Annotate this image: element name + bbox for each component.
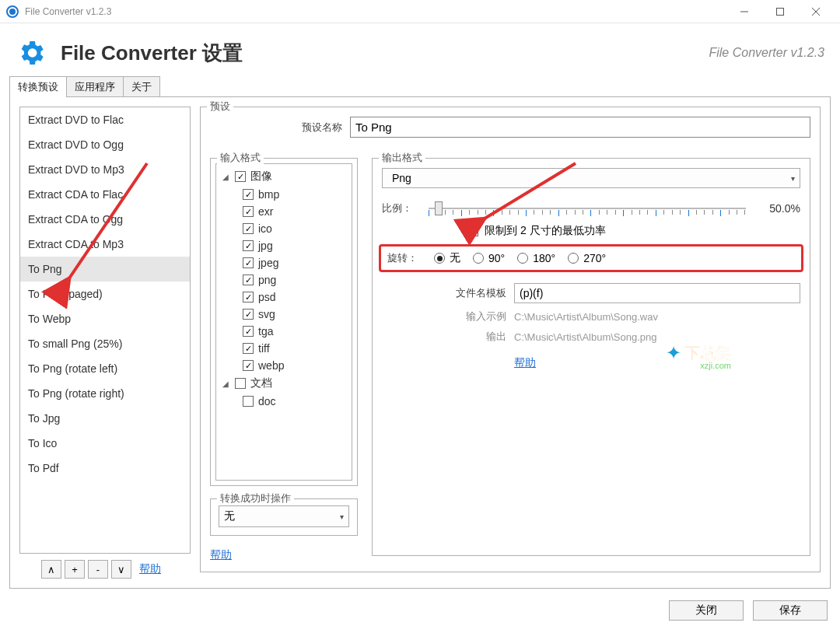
item-checkbox[interactable] bbox=[243, 326, 254, 337]
item-checkbox[interactable] bbox=[243, 189, 254, 200]
move-down-button[interactable]: ∨ bbox=[111, 560, 131, 579]
tree-item[interactable]: doc bbox=[219, 393, 348, 410]
save-settings-button[interactable]: 保存 bbox=[753, 600, 828, 621]
group-checkbox[interactable] bbox=[235, 171, 246, 182]
preset-help-link[interactable]: 帮助 bbox=[139, 562, 161, 576]
item-checkbox[interactable] bbox=[243, 396, 254, 407]
tree-item[interactable]: png bbox=[219, 271, 348, 289]
rotate-none-label: 无 bbox=[450, 251, 460, 265]
item-checkbox[interactable] bbox=[243, 292, 254, 303]
tree-item[interactable]: ico bbox=[219, 220, 348, 237]
close-button[interactable] bbox=[798, 0, 834, 23]
tab-presets[interactable]: 转换预设 bbox=[9, 76, 67, 97]
preset-item[interactable]: Extract CDA to Mp3 bbox=[20, 232, 190, 257]
expand-icon[interactable]: ◢ bbox=[222, 379, 230, 388]
group-label: 图像 bbox=[250, 170, 272, 184]
tree-item[interactable]: jpg bbox=[219, 237, 348, 254]
preset-item[interactable]: To Png (rotate left) bbox=[20, 356, 190, 381]
add-preset-button[interactable]: + bbox=[65, 560, 85, 579]
rotate-90-radio[interactable] bbox=[473, 253, 484, 264]
expand-icon[interactable]: ◢ bbox=[222, 173, 230, 181]
app-icon bbox=[6, 5, 19, 18]
gear-icon bbox=[16, 37, 47, 68]
on-success-help-link[interactable]: 帮助 bbox=[210, 548, 232, 562]
item-checkbox[interactable] bbox=[243, 360, 254, 371]
preset-item[interactable]: Extract DVD to Flac bbox=[20, 107, 190, 132]
group-checkbox[interactable] bbox=[235, 378, 246, 389]
preset-item[interactable]: To Pdf bbox=[20, 456, 190, 481]
item-checkbox[interactable] bbox=[243, 223, 254, 234]
input-format-tree[interactable]: ◢图像bmpexricojpgjpegpngpsdsvgtgatiffwebp◢… bbox=[215, 163, 352, 481]
chevron-down-icon: ▾ bbox=[791, 174, 795, 183]
preset-pane: Extract DVD to FlacExtract DVD to OggExt… bbox=[19, 107, 191, 579]
item-label: bmp bbox=[258, 188, 279, 201]
preset-item[interactable]: Extract DVD to Ogg bbox=[20, 132, 190, 157]
tree-group[interactable]: ◢图像 bbox=[219, 167, 348, 186]
preset-item[interactable]: To Jpg bbox=[20, 406, 190, 431]
preset-item[interactable]: To small Png (25%) bbox=[20, 331, 190, 356]
item-checkbox[interactable] bbox=[243, 309, 254, 320]
item-label: jpg bbox=[258, 240, 273, 252]
limit-label: 限制到 2 尺寸的最低功率 bbox=[485, 224, 606, 238]
slider-thumb[interactable] bbox=[435, 201, 443, 215]
window-title: File Converter v1.2.3 bbox=[25, 6, 111, 17]
limit-row: 限制到 2 尺寸的最低功率 bbox=[467, 224, 800, 238]
preset-item[interactable]: Extract DVD to Mp3 bbox=[20, 157, 190, 182]
tree-item[interactable]: svg bbox=[219, 306, 348, 323]
input-example-value: C:\Music\Artist\Album\Song.wav bbox=[514, 311, 800, 323]
tree-item[interactable]: psd bbox=[219, 289, 348, 306]
preset-list[interactable]: Extract DVD to FlacExtract DVD to OggExt… bbox=[19, 107, 191, 554]
preset-item[interactable]: Extract CDA to Flac bbox=[20, 182, 190, 207]
rotate-180-radio[interactable] bbox=[517, 253, 528, 264]
item-checkbox[interactable] bbox=[243, 206, 254, 217]
output-format-select[interactable]: Png ▾ bbox=[382, 168, 800, 188]
close-settings-button[interactable]: 关闭 bbox=[669, 600, 744, 621]
preset-fieldset: 预设 预设名称 输入格式 ◢图像bmpexricojpgjpegpngpsdsv… bbox=[200, 107, 821, 572]
tab-about[interactable]: 关于 bbox=[123, 76, 160, 97]
item-label: psd bbox=[258, 291, 276, 303]
rotate-row: 旋转： 无 90° 180° 270° bbox=[379, 244, 803, 272]
rotate-270-radio[interactable] bbox=[568, 253, 579, 264]
tree-group[interactable]: ◢文档 bbox=[219, 374, 348, 393]
tree-item[interactable]: bmp bbox=[219, 186, 348, 203]
remove-preset-button[interactable]: - bbox=[88, 560, 108, 579]
preset-item[interactable]: To Ico bbox=[20, 431, 190, 456]
input-format-column: 输入格式 ◢图像bmpexricojpgjpegpngpsdsvgtgatiff… bbox=[210, 158, 358, 562]
input-format-legend: 输入格式 bbox=[217, 151, 264, 165]
rotate-none-radio[interactable] bbox=[434, 253, 445, 264]
tree-item[interactable]: tga bbox=[219, 323, 348, 340]
item-checkbox[interactable] bbox=[243, 257, 254, 268]
preset-item[interactable]: To Png (paged) bbox=[20, 282, 190, 306]
preset-item[interactable]: To Png bbox=[20, 257, 190, 282]
group-label: 文档 bbox=[250, 376, 272, 390]
tab-application[interactable]: 应用程序 bbox=[66, 76, 124, 97]
item-checkbox[interactable] bbox=[243, 275, 254, 285]
item-label: tiff bbox=[258, 342, 270, 355]
minimize-button[interactable] bbox=[726, 0, 762, 23]
input-format-fieldset: 输入格式 ◢图像bmpexricojpgjpegpngpsdsvgtgatiff… bbox=[210, 158, 358, 486]
tree-item[interactable]: exr bbox=[219, 203, 348, 220]
move-up-button[interactable]: ∧ bbox=[41, 560, 61, 579]
preset-item[interactable]: Extract CDA to Ogg bbox=[20, 207, 190, 232]
tree-item[interactable]: tiff bbox=[219, 340, 348, 357]
template-help-link[interactable]: 帮助 bbox=[514, 356, 536, 370]
item-checkbox[interactable] bbox=[243, 240, 254, 251]
item-checkbox[interactable] bbox=[243, 343, 254, 354]
template-input[interactable] bbox=[514, 283, 800, 303]
on-success-value: 无 bbox=[224, 509, 235, 523]
limit-checkbox[interactable] bbox=[467, 226, 478, 236]
item-label: doc bbox=[258, 395, 276, 407]
scale-slider[interactable] bbox=[429, 199, 746, 218]
on-success-select[interactable]: 无 ▾ bbox=[219, 505, 349, 527]
preset-name-label: 预设名称 bbox=[210, 121, 342, 135]
preset-item[interactable]: To Png (rotate right) bbox=[20, 381, 190, 406]
tree-item[interactable]: jpeg bbox=[219, 254, 348, 271]
maximize-button[interactable] bbox=[762, 0, 798, 23]
scale-row: 比例： 50.0% bbox=[382, 199, 800, 218]
item-label: webp bbox=[258, 359, 284, 372]
preset-name-input[interactable] bbox=[350, 117, 810, 138]
rotate-180-label: 180° bbox=[533, 252, 555, 264]
tree-item[interactable]: webp bbox=[219, 357, 348, 374]
page-title: File Converter 设置 bbox=[61, 40, 243, 67]
preset-item[interactable]: To Webp bbox=[20, 306, 190, 331]
